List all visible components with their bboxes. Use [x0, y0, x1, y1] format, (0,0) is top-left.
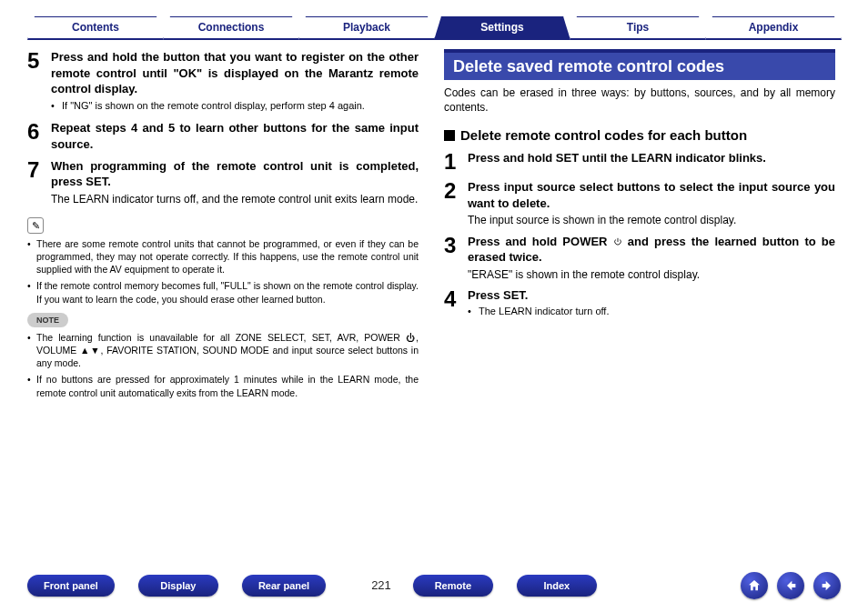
step-title: When programming of the remote control u…	[51, 158, 419, 190]
step-body: The input source is shown in the remote …	[468, 213, 835, 227]
rstep-3: 3 Press and hold POWER and press the lea…	[444, 234, 835, 282]
rstep-4: 4 Press SET. The LEARN indicator turn of…	[444, 287, 835, 321]
tab-connections[interactable]: Connections	[163, 16, 299, 40]
footer-btn-rear-panel[interactable]: Rear panel	[242, 575, 326, 597]
step-number: 7	[27, 158, 51, 206]
section-title: Delete saved remote control codes	[444, 53, 835, 80]
step-number: 6	[27, 120, 51, 152]
footer-btn-front-panel[interactable]: Front panel	[27, 575, 115, 597]
note-badge: NOTE	[27, 313, 68, 327]
tab-settings[interactable]: Settings	[434, 16, 570, 40]
tab-tips[interactable]: Tips	[570, 16, 706, 40]
step-bullet: If "NG" is shown on the remote control d…	[51, 99, 419, 113]
square-bullet-icon	[444, 130, 455, 141]
pencil-note-icon: ✎	[27, 217, 44, 234]
tip-list: There are some remote control units that…	[27, 237, 419, 306]
prev-page-button[interactable]	[777, 572, 804, 599]
rstep-1: 1 Press and hold SET until the LEARN ind…	[444, 150, 835, 174]
step-body: "ERASE" is shown in the remote control d…	[468, 267, 835, 282]
footer-btn-remote[interactable]: Remote	[413, 575, 493, 597]
tab-contents[interactable]: Contents	[27, 16, 164, 40]
step-title: Press and hold the button that you want …	[51, 49, 419, 97]
home-button[interactable]	[741, 572, 768, 599]
step-bullet: The LEARN indicator turn off.	[468, 305, 835, 318]
home-icon	[747, 578, 762, 593]
page-number: 221	[371, 577, 391, 594]
note-bullet: If no buttons are pressed for approximat…	[27, 373, 419, 398]
section-intro: Codes can be erased in three ways: by bu…	[444, 85, 835, 115]
tab-appendix[interactable]: Appendix	[705, 16, 842, 40]
step-5: 5 Press and hold the button that you wan…	[27, 49, 419, 115]
step-number: 1	[444, 150, 468, 174]
step-number: 5	[27, 49, 51, 115]
power-icon	[613, 237, 622, 246]
step-title: Press input source select buttons to sel…	[468, 179, 835, 211]
step-number: 4	[444, 287, 468, 321]
top-nav-tabs: Contents Connections Playback Settings T…	[27, 16, 841, 40]
left-column: 5 Press and hold the button that you wan…	[27, 49, 419, 403]
tab-playback[interactable]: Playback	[298, 16, 435, 40]
step-number: 2	[444, 179, 468, 227]
footer-btn-display[interactable]: Display	[138, 575, 218, 597]
step-title: Repeat steps 4 and 5 to learn other butt…	[51, 120, 419, 152]
tip-bullet: There are some remote control units that…	[27, 237, 419, 276]
step-body: The LEARN indicator turns off, and the r…	[51, 192, 419, 206]
step-title: Press SET.	[468, 287, 835, 304]
footer-btn-index[interactable]: Index	[517, 575, 597, 597]
arrow-right-icon	[820, 578, 834, 593]
rstep-2: 2 Press input source select buttons to s…	[444, 179, 835, 227]
step-title: Press and hold POWER and press the learn…	[468, 234, 835, 266]
step-title: Press and hold SET until the LEARN indic…	[468, 150, 835, 166]
step-7: 7 When programming of the remote control…	[27, 158, 419, 206]
right-column: Delete saved remote control codes Codes …	[444, 49, 835, 403]
sub-heading: Delete remote control codes for each but…	[444, 126, 835, 145]
step-number: 3	[444, 234, 468, 282]
note-bullet: The learning function is unavailable for…	[27, 331, 419, 370]
tip-bullet: If the remote control memory becomes ful…	[27, 279, 419, 305]
footer-nav: Front panel Display Rear panel 221 Remot…	[0, 572, 868, 599]
arrow-left-icon	[783, 578, 798, 593]
section-header: Delete saved remote control codes	[444, 49, 835, 80]
step-6: 6 Repeat steps 4 and 5 to learn other bu…	[27, 120, 419, 152]
next-page-button[interactable]	[813, 572, 841, 599]
note-list: The learning function is unavailable for…	[27, 331, 419, 399]
